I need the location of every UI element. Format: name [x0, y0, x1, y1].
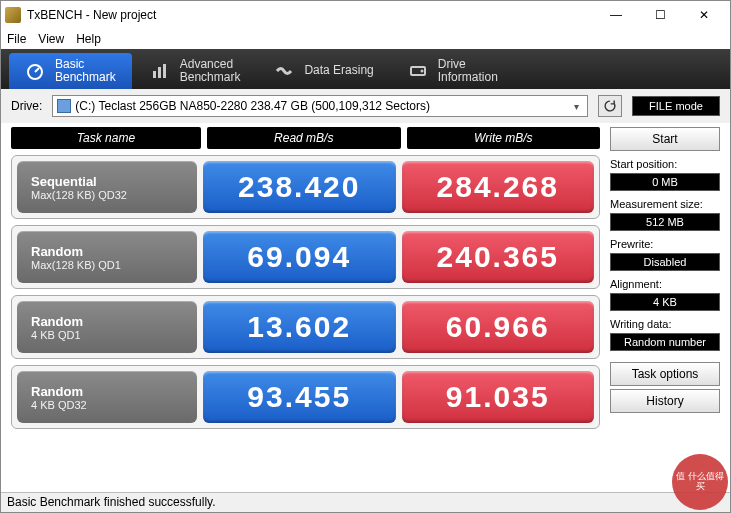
startpos-label: Start position: — [610, 158, 720, 170]
task-sub: 4 KB QD32 — [31, 399, 183, 411]
header-task-name: Task name — [11, 127, 201, 149]
write-value: 240.365 — [402, 231, 595, 283]
task-title: Sequential — [31, 174, 183, 189]
minimize-button[interactable]: — — [594, 1, 638, 29]
meassize-select[interactable]: 512 MB — [610, 213, 720, 231]
menubar: File View Help — [1, 29, 730, 49]
tab-advanced-benchmark[interactable]: Advanced Benchmark — [134, 53, 257, 89]
window-title: TxBENCH - New project — [27, 8, 594, 22]
task-sub: Max(128 KB) QD1 — [31, 259, 183, 271]
align-select[interactable]: 4 KB — [610, 293, 720, 311]
header-row: Task name Read mB/s Write mB/s — [11, 127, 600, 149]
tab-label: Data Erasing — [304, 64, 373, 77]
result-row: Random4 KB QD1 13.602 60.966 — [11, 295, 600, 359]
startpos-select[interactable]: 0 MB — [610, 173, 720, 191]
task-title: Random — [31, 314, 183, 329]
prewrite-select[interactable]: Disabled — [610, 253, 720, 271]
task-options-button[interactable]: Task options — [610, 362, 720, 386]
svg-rect-4 — [163, 64, 166, 78]
main: Task name Read mB/s Write mB/s Sequentia… — [1, 123, 730, 511]
close-button[interactable]: ✕ — [682, 1, 726, 29]
read-value: 13.602 — [203, 301, 396, 353]
read-value: 238.420 — [203, 161, 396, 213]
svg-rect-2 — [153, 71, 156, 78]
watermark: 值 什么值得买 — [672, 454, 728, 510]
meassize-label: Measurement size: — [610, 198, 720, 210]
result-row: RandomMax(128 KB) QD1 69.094 240.365 — [11, 225, 600, 289]
svg-rect-3 — [158, 67, 161, 78]
file-mode-button[interactable]: FILE mode — [632, 96, 720, 116]
write-value: 60.966 — [402, 301, 595, 353]
chevron-down-icon: ▾ — [570, 101, 583, 112]
start-button[interactable]: Start — [610, 127, 720, 151]
task-cell[interactable]: Random4 KB QD32 — [17, 371, 197, 423]
task-sub: 4 KB QD1 — [31, 329, 183, 341]
maximize-button[interactable]: ☐ — [638, 1, 682, 29]
writedata-select[interactable]: Random number — [610, 333, 720, 351]
prewrite-label: Prewrite: — [610, 238, 720, 250]
drive-icon — [408, 61, 428, 81]
svg-line-1 — [35, 68, 39, 72]
tab-drive-information[interactable]: Drive Information — [392, 53, 514, 89]
drive-selected: (C:) Teclast 256GB NA850-2280 238.47 GB … — [75, 99, 430, 113]
tab-data-erasing[interactable]: Data Erasing — [258, 53, 389, 89]
history-button[interactable]: History — [610, 389, 720, 413]
erase-icon — [274, 61, 294, 81]
tabbar: Basic Benchmark Advanced Benchmark Data … — [1, 49, 730, 89]
gauge-icon — [25, 61, 45, 81]
writedata-label: Writing data: — [610, 318, 720, 330]
bars-icon — [150, 61, 170, 81]
align-label: Alignment: — [610, 278, 720, 290]
write-value: 284.268 — [402, 161, 595, 213]
task-title: Random — [31, 244, 183, 259]
read-value: 69.094 — [203, 231, 396, 283]
hdd-icon — [57, 99, 71, 113]
task-sub: Max(128 KB) QD32 — [31, 189, 183, 201]
task-cell[interactable]: Random4 KB QD1 — [17, 301, 197, 353]
statusbar: Basic Benchmark finished successfully. — [1, 492, 730, 512]
window-buttons: — ☐ ✕ — [594, 1, 726, 29]
task-title: Random — [31, 384, 183, 399]
drivebar: Drive: (C:) Teclast 256GB NA850-2280 238… — [1, 89, 730, 123]
app-icon — [5, 7, 21, 23]
result-row: Random4 KB QD32 93.455 91.035 — [11, 365, 600, 429]
header-read: Read mB/s — [207, 127, 401, 149]
tab-basic-benchmark[interactable]: Basic Benchmark — [9, 53, 132, 89]
result-row: SequentialMax(128 KB) QD32 238.420 284.2… — [11, 155, 600, 219]
refresh-icon — [603, 99, 617, 113]
tab-label: Advanced Benchmark — [180, 58, 241, 84]
menu-view[interactable]: View — [38, 32, 64, 46]
task-cell[interactable]: SequentialMax(128 KB) QD32 — [17, 161, 197, 213]
header-write: Write mB/s — [407, 127, 601, 149]
refresh-button[interactable] — [598, 95, 622, 117]
read-value: 93.455 — [203, 371, 396, 423]
titlebar: TxBENCH - New project — ☐ ✕ — [1, 1, 730, 29]
results-panel: Task name Read mB/s Write mB/s Sequentia… — [11, 127, 600, 511]
tab-label: Drive Information — [438, 58, 498, 84]
menu-help[interactable]: Help — [76, 32, 101, 46]
write-value: 91.035 — [402, 371, 595, 423]
svg-point-6 — [420, 70, 423, 73]
drive-label: Drive: — [11, 99, 42, 113]
menu-file[interactable]: File — [7, 32, 26, 46]
tab-label: Basic Benchmark — [55, 58, 116, 84]
task-cell[interactable]: RandomMax(128 KB) QD1 — [17, 231, 197, 283]
drive-select[interactable]: (C:) Teclast 256GB NA850-2280 238.47 GB … — [52, 95, 588, 117]
